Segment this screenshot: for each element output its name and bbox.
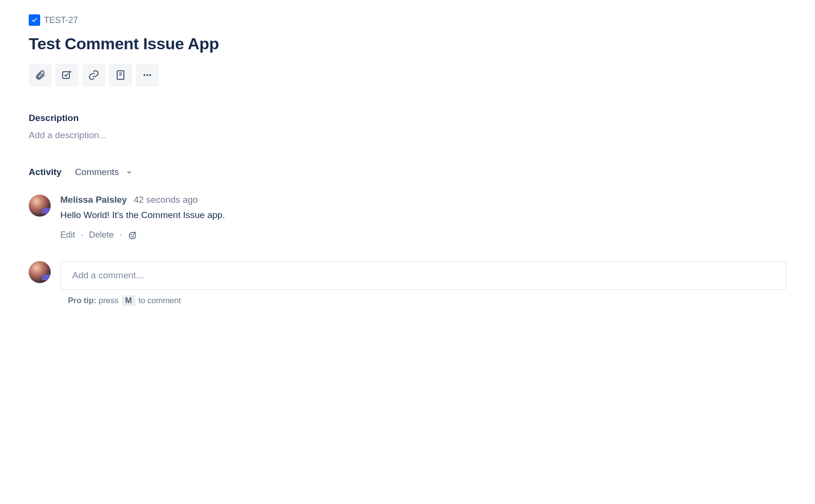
paperclip-icon xyxy=(34,69,46,81)
add-subtask-button[interactable] xyxy=(55,64,78,87)
action-bar xyxy=(29,64,786,87)
pro-tip-label: Pro tip: xyxy=(68,296,97,305)
link-icon xyxy=(88,69,99,81)
chevron-down-icon xyxy=(126,169,132,175)
issue-type-icon[interactable] xyxy=(29,14,40,26)
activity-tab-label: Comments xyxy=(75,167,119,177)
comment-actions: Edit · Delete · xyxy=(60,230,786,240)
activity-heading: Activity xyxy=(29,167,62,177)
description-input[interactable]: Add a description... xyxy=(29,130,786,141)
checkbox-icon xyxy=(61,69,73,81)
pro-tip-text-after: to comment xyxy=(136,296,181,305)
comment-author[interactable]: Melissa Paisley xyxy=(60,195,127,205)
page-icon xyxy=(115,69,126,81)
svg-point-6 xyxy=(149,74,151,76)
pro-tip: Pro tip: press M to comment xyxy=(68,296,786,306)
edit-comment-link[interactable]: Edit xyxy=(60,230,75,240)
page-button[interactable] xyxy=(109,64,132,87)
comment-composer xyxy=(29,261,786,290)
avatar[interactable] xyxy=(29,261,51,283)
comment-timestamp[interactable]: 42 seconds ago xyxy=(133,195,198,205)
activity-header: Activity Comments xyxy=(29,167,786,177)
svg-point-8 xyxy=(132,234,132,235)
pro-tip-text-before: press xyxy=(97,296,121,305)
comment: Melissa Paisley 42 seconds ago Hello Wor… xyxy=(29,195,786,240)
description-heading: Description xyxy=(29,113,786,123)
attach-button[interactable] xyxy=(29,64,52,87)
issue-title[interactable]: Test Comment Issue App xyxy=(29,34,786,53)
more-actions-button[interactable] xyxy=(136,64,159,87)
svg-rect-0 xyxy=(63,72,69,78)
issue-key-link[interactable]: TEST-27 xyxy=(44,15,78,25)
breadcrumb: TEST-27 xyxy=(29,14,786,26)
keyboard-key: M xyxy=(122,296,135,306)
add-reaction-button[interactable] xyxy=(128,230,137,240)
link-button[interactable] xyxy=(82,64,105,87)
separator-dot: · xyxy=(81,230,83,240)
smiley-plus-icon xyxy=(128,230,137,240)
svg-point-5 xyxy=(146,74,148,76)
delete-comment-link[interactable]: Delete xyxy=(89,230,114,240)
comment-input[interactable] xyxy=(60,261,786,290)
avatar[interactable] xyxy=(29,195,51,217)
svg-point-9 xyxy=(133,234,134,235)
svg-point-4 xyxy=(143,74,145,76)
separator-dot: · xyxy=(120,230,122,240)
comment-body: Hello World! It's the Comment Issue app. xyxy=(60,210,786,220)
more-icon xyxy=(142,69,153,81)
activity-tab-selector[interactable]: Comments xyxy=(75,167,132,177)
svg-point-7 xyxy=(129,232,135,239)
